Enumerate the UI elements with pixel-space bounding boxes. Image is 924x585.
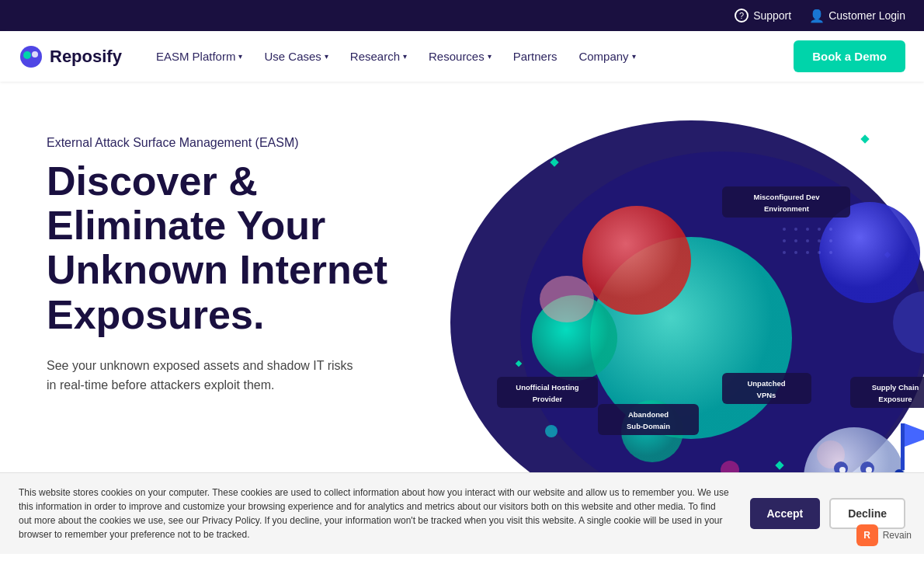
hero-description: See your unknown exposed assets and shad… [47,356,357,395]
cookie-text: This website stores cookies on your comp… [19,486,731,541]
svg-point-55 [783,251,786,254]
hero-title: Discover & Eliminate Your Unknown Intern… [47,159,388,337]
revain-badge: R Revain [856,524,912,546]
nav-item-resources[interactable]: Resources ▾ [419,44,501,69]
logo-icon [19,44,43,69]
svg-point-0 [20,46,42,68]
svg-text:Misconfigured Dev: Misconfigured Dev [754,193,821,201]
svg-text:Sub-Domain: Sub-Domain [627,422,670,430]
svg-point-16 [540,276,594,322]
svg-point-45 [783,228,786,231]
svg-point-59 [829,251,832,254]
svg-text:Exposure: Exposure [878,395,912,403]
svg-point-46 [794,228,797,231]
user-icon: 👤 [810,9,824,23]
book-demo-button[interactable]: Book a Demo [794,40,905,72]
svg-marker-28 [905,423,924,447]
cookie-banner: This website stores cookies on your comp… [0,472,924,554]
chevron-down-icon: ▾ [403,52,407,61]
support-icon: ? [735,9,749,23]
logo[interactable]: Reposify [19,44,122,69]
main-nav: Reposify EASM Platform ▾ Use Cases ▾ Res… [0,31,924,82]
hero-text: External Attack Surface Management (EASM… [47,128,388,395]
login-label: Customer Login [828,9,905,22]
nav-item-research[interactable]: Research ▾ [341,44,416,69]
nav-item-partners[interactable]: Partners [504,44,567,69]
nav-links: EASM Platform ▾ Use Cases ▾ Research ▾ R… [147,44,794,69]
svg-text:Unpatched: Unpatched [747,379,785,388]
svg-point-56 [794,251,797,254]
svg-point-58 [818,251,821,254]
top-bar: ? Support 👤 Customer Login [0,0,924,31]
svg-point-47 [806,228,809,231]
svg-rect-36 [598,404,699,435]
support-link[interactable]: ? Support [735,9,791,23]
svg-text:VPNs: VPNs [757,391,776,399]
nav-item-usecases[interactable]: Use Cases ▾ [255,44,337,69]
svg-point-57 [806,251,809,254]
svg-point-48 [818,228,821,231]
svg-text:Environment: Environment [764,204,810,213]
svg-point-54 [829,239,832,242]
nav-item-company[interactable]: Company ▾ [569,44,644,69]
svg-point-20 [545,425,558,437]
svg-point-52 [806,239,809,242]
svg-rect-42 [850,377,924,408]
svg-rect-27 [901,423,905,470]
svg-text:Abandoned: Abandoned [628,410,669,419]
svg-point-50 [783,239,786,242]
chevron-down-icon: ▾ [488,52,492,61]
svg-text:Unofficial Hosting: Unofficial Hosting [516,383,578,392]
hero-section: External Attack Surface Management (EASM… [0,82,924,554]
svg-point-1 [23,51,31,59]
revain-label: Revain [883,530,912,541]
svg-rect-6 [860,134,869,143]
chevron-down-icon: ▾ [325,52,328,61]
svg-point-2 [32,51,38,57]
svg-point-53 [818,239,821,242]
svg-text:Supply Chain: Supply Chain [872,383,919,392]
svg-rect-39 [722,373,811,404]
logo-text: Reposify [50,47,122,67]
svg-rect-33 [497,377,598,408]
chevron-down-icon: ▾ [632,52,636,61]
svg-point-51 [794,239,797,242]
svg-text:Provider: Provider [533,395,563,403]
accept-button[interactable]: Accept [750,498,821,529]
chevron-down-icon: ▾ [238,52,242,61]
svg-point-49 [829,228,832,231]
svg-rect-30 [722,186,850,218]
nav-item-easm[interactable]: EASM Platform ▾ [147,44,252,69]
hero-subtitle: External Attack Surface Management (EASM… [47,136,388,150]
login-link[interactable]: 👤 Customer Login [810,9,905,23]
support-label: Support [753,9,791,22]
revain-icon: R [856,524,878,546]
svg-point-11 [582,206,691,315]
